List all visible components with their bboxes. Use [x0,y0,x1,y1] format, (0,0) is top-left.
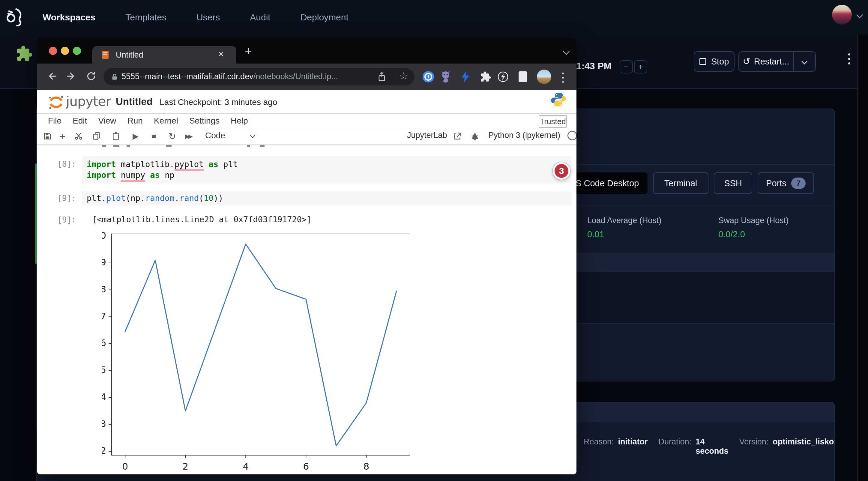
sidepanel-extension-icon[interactable] [516,70,530,84]
address-bar[interactable]: 5555--main--test--matifali.atif.cdr.dev/… [103,68,414,86]
ports-count-badge: 7 [791,178,806,189]
onepassword-extension-icon[interactable] [421,70,435,84]
output-prompt: [9]: [43,215,76,224]
version-value: optimistic_liskov9 [773,437,835,447]
zoom-in-button[interactable]: + [634,60,647,73]
svg-text:0.5: 0.5 [102,364,106,375]
restart-run-all-icon[interactable]: ▶▶ [182,130,195,143]
svg-text:0.6: 0.6 [102,338,106,348]
url-text[interactable]: 5555--main--test--matifali.atif.cdr.dev/… [121,72,338,81]
user-avatar[interactable] [832,5,852,25]
jupyter-toolbar: + ▶ ■ ↻ ▶▶ Code JupyterLab [37,128,577,145]
forward-icon[interactable] [64,69,79,83]
jupyter-header: jupyter Untitled Last Checkpoint: 3 minu… [37,90,577,114]
code-cell[interactable]: plt.plot(np.random.rand(10)) [82,191,571,205]
trusted-button[interactable]: Trusted [539,115,567,128]
nav-item-templates[interactable]: Templates [125,12,166,23]
coder-logo[interactable] [5,7,23,26]
stop-button[interactable]: Stop [694,51,735,72]
tab-close-icon[interactable]: × [218,49,224,60]
browser-toolbar: 5555--main--test--matifali.atif.cdr.dev/… [37,64,577,90]
tab-title: Untitled [116,51,143,60]
svg-text:0.9: 0.9 [102,257,106,267]
cut-cell-icon[interactable] [72,130,85,143]
back-icon[interactable] [44,69,59,83]
menu-settings[interactable]: Settings [189,116,220,126]
nav-item-audit[interactable]: Audit [250,12,270,23]
restart-button[interactable]: ↺ Restart... [738,51,816,72]
app-button-terminal[interactable]: Terminal [653,172,708,194]
page-right-edge [857,34,868,481]
browser-menu-icon[interactable] [562,72,564,83]
app-button-ports[interactable]: Ports7 [757,172,814,194]
cell-type-chevron-icon[interactable] [251,133,254,138]
clock: 11:43 PM [572,61,612,72]
jupyter-menu-bar: FileEditViewRunKernelSettingsHelp Truste… [37,114,577,128]
menu-help[interactable]: Help [231,116,248,126]
bookmark-star-icon[interactable]: ☆ [399,70,408,82]
version-label: Version: [739,437,769,447]
zoom-out-button[interactable]: − [620,60,633,73]
debugger-bug-icon[interactable] [470,132,479,141]
restart-kernel-icon[interactable]: ↻ [165,130,179,143]
notebook-title[interactable]: Untitled [116,96,153,107]
share-icon[interactable] [377,72,386,82]
new-tab-button[interactable]: + [245,44,252,58]
chrome-profile-avatar[interactable] [537,70,551,84]
python-logo [551,92,566,107]
nav-item-workspaces[interactable]: Workspaces [42,12,95,23]
jupyter-page: jupyter Untitled Last Checkpoint: 3 minu… [37,90,577,474]
extensions-puzzle-icon[interactable] [478,70,493,84]
run-cell-icon[interactable]: ▶ [129,130,142,143]
menu-run[interactable]: Run [127,116,143,126]
duration-label: Duration: [659,437,692,447]
window-minimize-button[interactable] [61,47,69,55]
nav-item-users[interactable]: Users [196,12,220,23]
jupyter-favicon [102,51,108,59]
add-cell-icon[interactable]: + [56,130,69,143]
window-close-button[interactable] [49,47,57,55]
menu-file[interactable]: File [48,116,61,126]
menu-view[interactable]: View [98,116,116,126]
workspace-menu-icon[interactable] [848,53,850,64]
svg-text:0.3: 0.3 [102,418,106,429]
svg-text:0.7: 0.7 [102,311,106,321]
reload-icon[interactable] [84,69,98,83]
build-info-line: Reason:initiator Duration:14 seconds Ver… [584,437,835,456]
user-menu-chevron-icon[interactable] [856,12,863,19]
notification-badge[interactable]: 3 [553,162,570,180]
menu-kernel[interactable]: Kernel [154,116,178,126]
svg-text:2: 2 [182,461,188,472]
cell-prompt: [9]: [43,194,76,203]
bolt-extension-icon[interactable] [458,70,473,84]
browser-tab[interactable]: Untitled × [92,46,236,64]
save-icon[interactable] [41,130,54,143]
output-text: [<matplotlib.lines.Line2D at 0x7fd03f191… [92,215,312,224]
clipped-text-remnant [260,145,265,147]
window-maximize-button[interactable] [73,47,81,55]
paste-cell-icon[interactable] [109,130,122,143]
browser-tab-bar: Untitled × + [37,38,577,64]
menu-edit[interactable]: Edit [72,116,87,126]
tab-search-chevron-icon[interactable] [564,49,569,55]
app-button-ssh[interactable]: SSH [714,172,752,194]
reason-label: Reason: [584,437,614,447]
cell-type-select[interactable]: Code [205,131,225,140]
energy-extension-icon[interactable] [496,70,510,84]
svg-text:1.0: 1.0 [102,231,106,241]
nav-item-deployment[interactable]: Deployment [301,12,348,23]
external-link-icon[interactable] [453,132,462,141]
github-extension-icon[interactable] [438,70,453,84]
clipped-text-remnant [166,145,172,147]
restart-options-chevron[interactable] [793,52,815,71]
reason-value: initiator [618,437,648,447]
checkpoint-status: Last Checkpoint: 3 minutes ago [160,97,277,107]
jupyterlab-link[interactable]: JupyterLab [407,131,447,140]
kernel-name[interactable]: Python 3 (ipykernel) [488,131,560,140]
screen: WorkspacesTemplatesUsersAuditDeployment … [0,0,868,481]
copy-cell-icon[interactable] [90,130,103,143]
interrupt-kernel-icon[interactable]: ■ [147,130,160,143]
coder-top-nav: WorkspacesTemplatesUsersAuditDeployment [0,0,868,34]
code-cell[interactable]: import matplotlib.pyplot as pltimport nu… [82,156,571,184]
kernel-status-icon [567,131,577,140]
